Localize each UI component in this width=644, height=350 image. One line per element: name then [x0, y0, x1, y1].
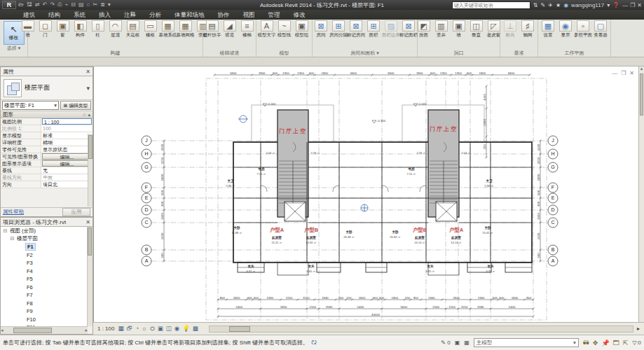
worksets-icon[interactable]: ▣	[455, 340, 460, 346]
tree-item[interactable]: F8	[1, 300, 87, 308]
background-process-icon[interactable]: 🗔	[613, 340, 619, 346]
panel-label[interactable]: 工作平面	[538, 50, 610, 57]
ribbon-tab[interactable]: 插入	[93, 10, 117, 20]
view-close-icon[interactable]: ✕	[629, 70, 634, 76]
ribbon-tab[interactable]: 视图	[237, 10, 261, 20]
tree-item[interactable]: ⊟楼层平面	[1, 235, 87, 244]
browser-vscrollbar[interactable]	[88, 227, 93, 326]
ribbon-tab[interactable]: 结构	[42, 10, 67, 20]
properties-scrollbar[interactable]	[88, 134, 93, 206]
exclude-options-icon[interactable]: 🕶	[583, 340, 589, 346]
ribbon-tab[interactable]: 协作	[212, 10, 236, 20]
property-row[interactable]: 显示模型 标准	[1, 132, 93, 139]
ribbon-tab[interactable]: 注释	[118, 10, 142, 20]
property-row[interactable]: 图形显示选项 编辑...	[1, 160, 93, 167]
apply-button[interactable]: 应用	[62, 208, 90, 216]
user-avatar-icon[interactable]: ◉	[563, 2, 568, 8]
canvas-hscrollbar[interactable]	[209, 326, 633, 332]
design-options-icon[interactable]: ▦	[464, 340, 470, 346]
tree-item[interactable]: F3	[1, 259, 87, 267]
canvas-vscrollbar[interactable]: ▲	[638, 66, 644, 322]
open-icon[interactable]: 🗁	[18, 1, 24, 8]
ribbon-tool[interactable]: ▤ 天花板	[124, 20, 142, 37]
signin-dropdown-icon[interactable]: ▾	[607, 2, 610, 8]
tree-item[interactable]: F4	[1, 267, 87, 276]
tree-item[interactable]: F2	[1, 251, 87, 260]
ribbon-tool[interactable]: ▣ 模型组	[293, 20, 310, 37]
browser-close-icon[interactable]: ✕	[85, 219, 90, 225]
ribbon-tool[interactable]: ▨ 面积边界	[383, 20, 400, 37]
property-row[interactable]: 基线 无	[1, 167, 93, 174]
crop-boundary[interactable]	[206, 78, 547, 320]
ribbon-tool[interactable]: ⊞ 面积	[365, 20, 383, 37]
section-collapse-icon[interactable]: ☆ ▴	[82, 112, 90, 118]
measure-icon[interactable]: ⌁	[65, 1, 69, 8]
revit-logo-icon[interactable]: R	[2, 1, 16, 9]
minimize-button[interactable]: —	[622, 2, 628, 8]
ribbon-tool[interactable]: ▦ 幕墙网格	[177, 20, 194, 37]
view-control-icon[interactable]: ◔	[135, 325, 139, 332]
ribbon-tab[interactable]: 建筑	[17, 10, 41, 20]
undo-icon[interactable]: ↶	[43, 1, 48, 8]
select-toggle-icon[interactable]: ⇱	[623, 340, 629, 346]
ribbon-tool[interactable]: ◻ 门	[36, 20, 54, 37]
view-control-icon[interactable]: ◫	[166, 325, 172, 332]
tree-item[interactable]: F6	[1, 284, 87, 292]
aligned-dim-icon[interactable]: ⊟	[71, 1, 76, 8]
search-exchange-icon[interactable]: ⇅	[533, 2, 538, 8]
worksharing-icon[interactable]: 🗘	[311, 340, 317, 346]
ribbon-tool[interactable]: ▬ 墙	[19, 20, 36, 37]
view-control-icon[interactable]: ▦	[118, 325, 123, 332]
view-control-icon[interactable]: ▩	[193, 325, 198, 332]
view-control-icon[interactable]: ◉	[174, 325, 179, 332]
type-selector[interactable]: 楼层平面 ▾	[1, 76, 93, 100]
editing-requests[interactable]: ✎ 0	[441, 340, 450, 346]
print-icon[interactable]: ⎙	[57, 1, 62, 8]
restore-button[interactable]: ❐	[630, 2, 635, 8]
properties-close-icon[interactable]: ✕	[85, 69, 90, 75]
ribbon-tool[interactable]: ▣ 墙	[450, 20, 467, 37]
view-control-icon[interactable]: ☼	[142, 325, 147, 332]
property-row[interactable]: 可见性/图形替换 编辑...	[1, 153, 93, 160]
ribbon-tool[interactable]: ▤ 栏杆扶手	[203, 20, 221, 37]
ribbon-tool[interactable]: ▯ 柱	[89, 20, 107, 37]
filter-button[interactable]: ▽:0	[632, 340, 641, 346]
edit-type-button[interactable]: ⊞ 编辑类型	[60, 101, 91, 110]
ribbon-tool[interactable]: ⊥ 标高	[502, 20, 519, 37]
expand-icon[interactable]: ⊟	[2, 228, 8, 234]
property-row[interactable]: 基线方向 平面	[1, 174, 93, 181]
ribbon-tool[interactable]: ▣ 窗	[54, 20, 71, 37]
ribbon-tool[interactable]: ~ 模型线	[275, 20, 293, 37]
ribbon-tab[interactable]: 修改	[287, 10, 312, 20]
qat-dropdown-icon[interactable]: ▾	[108, 1, 111, 8]
scroll-left-icon[interactable]: ◂	[1, 328, 4, 333]
tree-item[interactable]: F1	[1, 243, 87, 251]
walls[interactable]	[233, 105, 532, 275]
sync-icon[interactable]: ⇄	[35, 1, 40, 8]
property-row[interactable]: 方向 项目北	[1, 181, 93, 188]
search-input[interactable]	[452, 1, 530, 9]
panel-label[interactable]: 房间和面积 ▾	[313, 50, 417, 57]
view-selector[interactable]: 楼层平面: F1▾	[2, 101, 59, 110]
property-row[interactable]: 比例值 1: 100	[1, 125, 93, 132]
ribbon-tool[interactable]: ◧ 构件	[71, 20, 89, 37]
favorites-icon[interactable]: ★	[556, 2, 561, 8]
browser-hscrollbar[interactable]: ◂▸	[1, 326, 88, 334]
view-control-icon[interactable]: 🗗	[127, 325, 133, 332]
view-control-icon[interactable]: 💡	[182, 325, 190, 332]
tree-item[interactable]: F9	[1, 307, 87, 316]
ribbon-tool[interactable]: ◩ 按面	[415, 20, 432, 37]
scale-button[interactable]: 1 : 100	[97, 326, 114, 332]
3d-view-icon[interactable]: ⌂	[87, 1, 90, 8]
active-design-option-select[interactable]: 主模型▾	[474, 338, 579, 347]
section-icon[interactable]: ✂	[93, 1, 97, 8]
tree-item[interactable]: ⊟视图 (全部)	[1, 227, 87, 235]
press-drag-icon[interactable]: ✥	[593, 340, 598, 346]
ribbon-tool[interactable]: ◫ 垂直	[467, 20, 485, 37]
ribbon-tool[interactable]: ⊠ 房间	[313, 20, 330, 37]
drawing-area[interactable]: —❐✕ JJHHGGFFEEDDCCBBAA	[93, 66, 638, 322]
panel-label[interactable]: 基准	[500, 50, 537, 57]
view-minimize-icon[interactable]: —	[612, 70, 617, 76]
save-icon[interactable]: 🖫	[27, 1, 32, 8]
panel-label[interactable]: 楼梯坡道	[203, 50, 256, 57]
